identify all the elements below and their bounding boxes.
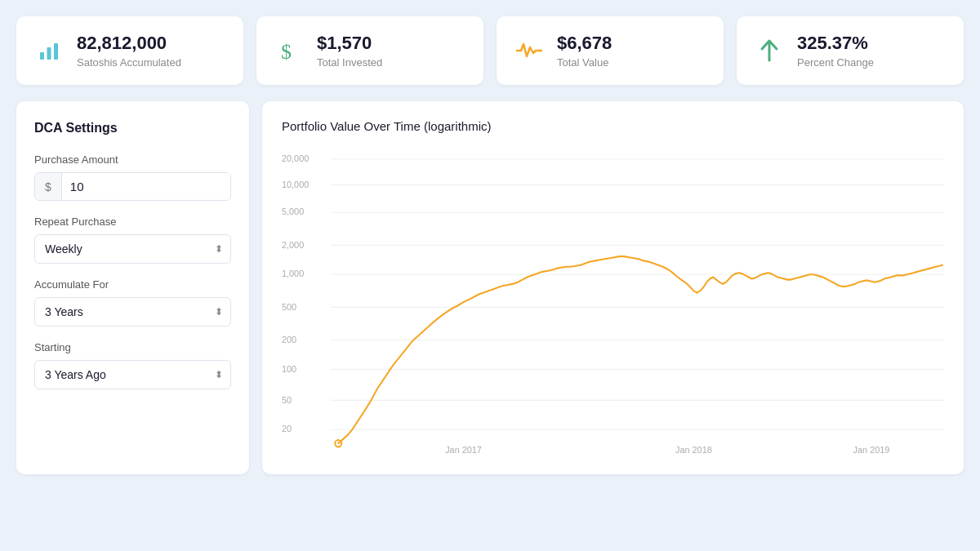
starting-wrapper[interactable]: 1 Year Ago 2 Years Ago 3 Years Ago 4 Yea… — [34, 360, 231, 389]
purchase-amount-group: Purchase Amount $ .00 — [34, 153, 231, 201]
accumulate-for-select[interactable]: 1 Year 2 Years 3 Years 4 Years 5 Years — [34, 297, 231, 327]
chart-line — [338, 257, 942, 444]
svg-text:Jan 2017: Jan 2017 — [445, 445, 482, 455]
svg-text:500: 500 — [282, 302, 296, 312]
svg-text:50: 50 — [282, 395, 292, 405]
pulse-icon — [514, 36, 544, 65]
svg-text:Jan 2018: Jan 2018 — [675, 445, 712, 455]
repeat-purchase-wrapper[interactable]: Daily Weekly Monthly ⬍ — [34, 234, 231, 264]
percent-change-content: 325.37% Percent Change — [797, 33, 874, 69]
accumulate-for-group: Accumulate For 1 Year 2 Years 3 Years 4 … — [34, 278, 231, 327]
svg-text:Jan 2019: Jan 2019 — [853, 445, 890, 455]
accumulate-for-label: Accumulate For — [34, 278, 231, 291]
invested-value: $1,570 — [317, 33, 382, 54]
satoshis-content: 82,812,000 Satoshis Accumulated — [77, 33, 181, 69]
starting-group: Starting 1 Year Ago 2 Years Ago 3 Years … — [34, 341, 231, 389]
invested-card: $ $1,570 Total Invested — [256, 16, 483, 85]
invested-label: Total Invested — [317, 56, 382, 69]
settings-title: DCA Settings — [34, 121, 231, 136]
percent-change-label: Percent Change — [797, 56, 874, 69]
purchase-amount-input[interactable] — [62, 173, 231, 200]
settings-panel: DCA Settings Purchase Amount $ .00 Repea… — [16, 101, 249, 474]
arrow-up-icon — [755, 36, 784, 65]
main-layout: DCA Settings Purchase Amount $ .00 Repea… — [16, 101, 964, 474]
svg-text:2,000: 2,000 — [282, 240, 304, 250]
purchase-amount-label: Purchase Amount — [34, 153, 231, 166]
bar-chart-icon — [34, 36, 64, 65]
chart-panel: Portfolio Value Over Time (logarithmic) … — [262, 101, 964, 474]
svg-rect-2 — [54, 43, 58, 60]
svg-text:20,000: 20,000 — [282, 153, 309, 163]
svg-rect-1 — [47, 47, 51, 60]
svg-text:200: 200 — [282, 335, 296, 344]
svg-text:$: $ — [281, 40, 292, 64]
svg-text:20: 20 — [282, 424, 292, 434]
chart-area: 20,000 10,000 5,000 2,000 1,000 500 200 … — [282, 146, 944, 456]
percent-change-card: 325.37% Percent Change — [737, 16, 964, 85]
satoshis-label: Satoshis Accumulated — [77, 56, 181, 69]
total-value-card: $6,678 Total Value — [497, 16, 724, 85]
starting-label: Starting — [34, 341, 231, 353]
purchase-amount-field[interactable]: $ .00 — [34, 172, 231, 201]
svg-text:100: 100 — [282, 364, 296, 374]
satoshis-value: 82,812,000 — [77, 33, 181, 54]
invested-content: $1,570 Total Invested — [317, 33, 382, 69]
total-value-label: Total Value — [557, 56, 612, 69]
repeat-purchase-select[interactable]: Daily Weekly Monthly — [34, 234, 231, 264]
dollar-icon: $ — [274, 36, 304, 65]
starting-select[interactable]: 1 Year Ago 2 Years Ago 3 Years Ago 4 Yea… — [34, 360, 231, 389]
satoshis-card: 82,812,000 Satoshis Accumulated — [16, 16, 243, 85]
chart-title: Portfolio Value Over Time (logarithmic) — [282, 119, 944, 133]
repeat-purchase-group: Repeat Purchase Daily Weekly Monthly ⬍ — [34, 216, 231, 264]
svg-text:1,000: 1,000 — [282, 269, 304, 279]
percent-change-value: 325.37% — [797, 33, 874, 54]
purchase-amount-prefix: $ — [35, 173, 62, 200]
total-value-content: $6,678 Total Value — [557, 33, 612, 69]
svg-text:5,000: 5,000 — [282, 207, 304, 217]
accumulate-for-wrapper[interactable]: 1 Year 2 Years 3 Years 4 Years 5 Years ⬍ — [34, 297, 231, 327]
svg-text:10,000: 10,000 — [282, 180, 309, 189]
repeat-purchase-label: Repeat Purchase — [34, 216, 231, 228]
total-value-value: $6,678 — [557, 33, 612, 54]
svg-rect-0 — [40, 52, 44, 60]
top-cards-section: 82,812,000 Satoshis Accumulated $ $1,570… — [16, 16, 964, 85]
chart-svg: 20,000 10,000 5,000 2,000 1,000 500 200 … — [282, 146, 944, 456]
